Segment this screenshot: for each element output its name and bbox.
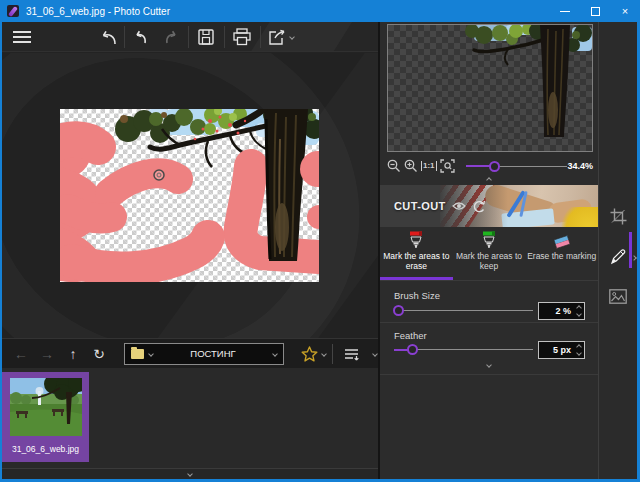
preview-collapse-button[interactable] [380,178,598,182]
zoom-controls: 1:1 34.4% [387,156,593,176]
print-icon [231,27,253,47]
main-toolbar [2,22,378,52]
zoom-fit-button[interactable] [440,159,455,173]
window-title: 31_06_6_web.jpg - Photo Cutter [26,6,170,17]
draw-tool-button[interactable] [606,244,630,268]
editor-canvas[interactable] [2,53,378,338]
brush-cursor [154,170,164,180]
chevron-down-icon [187,471,193,477]
save-icon [196,27,216,47]
preview-eye-icon[interactable] [452,201,466,211]
erase-marking-button[interactable]: Erase the marking [525,227,598,280]
zoom-out-icon [387,159,401,173]
zoom-slider[interactable] [466,161,568,172]
star-icon [301,346,318,362]
undo-button[interactable] [128,22,154,52]
crop-icon [610,208,627,225]
cutout-banner: CUT-OUT [380,185,598,227]
red-marker-icon [408,231,424,249]
chevron-up-icon [486,177,492,183]
list-view-icon [344,347,360,361]
view-options-caret[interactable] [372,351,378,357]
panel-expander[interactable] [632,246,636,264]
folder-selector[interactable]: ПОСТИНГ [124,343,284,365]
brush-size-thumb[interactable] [393,305,404,316]
feather-icon [8,6,18,17]
chevron-right-icon [631,255,637,261]
feather-spinner[interactable] [573,342,584,358]
thumbnail-filename: 31_06_6_web.jpg [12,444,79,454]
zoom-percentage: 34.4% [567,161,593,171]
feather-slider[interactable] [394,344,533,355]
undo-all-icon [97,27,119,47]
image-icon [609,289,627,304]
folder-name: ПОСТИНГ [153,348,273,359]
mark-keep-button[interactable]: Mark the areas to keep [453,227,526,280]
brush-size-spinner[interactable] [573,303,584,319]
favorites-button[interactable] [296,341,322,367]
zoom-in-button[interactable] [404,159,418,173]
redo-button[interactable] [158,22,184,52]
share-dropdown-caret [289,34,295,40]
folder-icon [131,349,144,359]
mode-toolbar [599,22,637,479]
zoom-slider-thumb[interactable] [489,161,500,172]
undo-icon [131,27,151,47]
mark-erase-button[interactable]: Mark the areas to erase [380,227,453,280]
nav-forward-button[interactable]: → [34,341,60,367]
app-icon [7,5,19,17]
menu-button[interactable] [10,22,34,52]
filmstrip: 31_06_6_web.jpg [2,368,378,468]
tool-panel: 1:1 34.4% [380,22,598,479]
cutout-tools: Mark the areas to erase Mark the areas [380,227,598,280]
refresh-icon: ↻ [93,347,105,361]
zoom-out-button[interactable] [387,159,401,173]
brush-size-slider[interactable] [394,305,533,316]
view-options-button[interactable] [339,341,365,367]
feather-label: Feather [394,330,427,341]
tool-label: Erase the marking [527,251,597,261]
reset-undo-icon[interactable] [472,200,486,213]
image-tool-button[interactable] [606,284,630,308]
one-to-one-icon: 1:1 [421,161,437,171]
close-button[interactable]: × [610,0,640,22]
folder-up-button[interactable]: ↑ [60,341,86,367]
nav-back-button[interactable]: ← [8,341,34,367]
undo-all-button[interactable] [94,22,122,52]
print-button[interactable] [228,22,256,52]
pen-icon [610,248,627,265]
save-button[interactable] [192,22,220,52]
working-image[interactable] [60,109,319,282]
eraser-icon [552,234,572,250]
minimize-button[interactable] [550,0,580,22]
filmstrip-collapse-bar[interactable] [2,468,378,479]
panel-collapse-button[interactable] [380,363,598,367]
feather-input[interactable]: 5 px [538,341,585,359]
brush-size-input[interactable]: 2 % [538,302,585,320]
result-preview [387,24,593,152]
app-window: 31_06_6_web.jpg - Photo Cutter × [0,0,640,482]
working-image-art [60,109,319,282]
file-thumbnail-selected[interactable]: 31_06_6_web.jpg [2,372,89,462]
cutout-title: CUT-OUT [394,200,446,212]
tool-label: Mark the areas to erase [381,251,451,271]
title-bar: 31_06_6_web.jpg - Photo Cutter × [0,0,640,22]
tool-label: Mark the areas to keep [454,251,524,271]
maximize-button[interactable] [580,0,610,22]
feather-value: 5 px [539,345,573,355]
zoom-100-button[interactable]: 1:1 [421,161,437,171]
brush-size-value: 2 % [539,306,573,316]
spinner-down-icon [576,350,582,356]
redo-icon [161,27,181,47]
share-button[interactable] [263,22,297,52]
brush-size-label: Brush Size [394,290,440,301]
refresh-button[interactable]: ↻ [86,341,112,367]
browser-toolbar: ← → ↑ ↻ ПОСТИНГ [2,338,378,368]
favorites-caret[interactable] [321,351,327,357]
close-icon: × [622,5,628,17]
minimize-icon [560,11,570,12]
crop-tool-button[interactable] [606,204,630,228]
feather-thumb[interactable] [407,344,418,355]
spinner-down-icon [576,311,582,317]
green-marker-icon [481,231,497,249]
